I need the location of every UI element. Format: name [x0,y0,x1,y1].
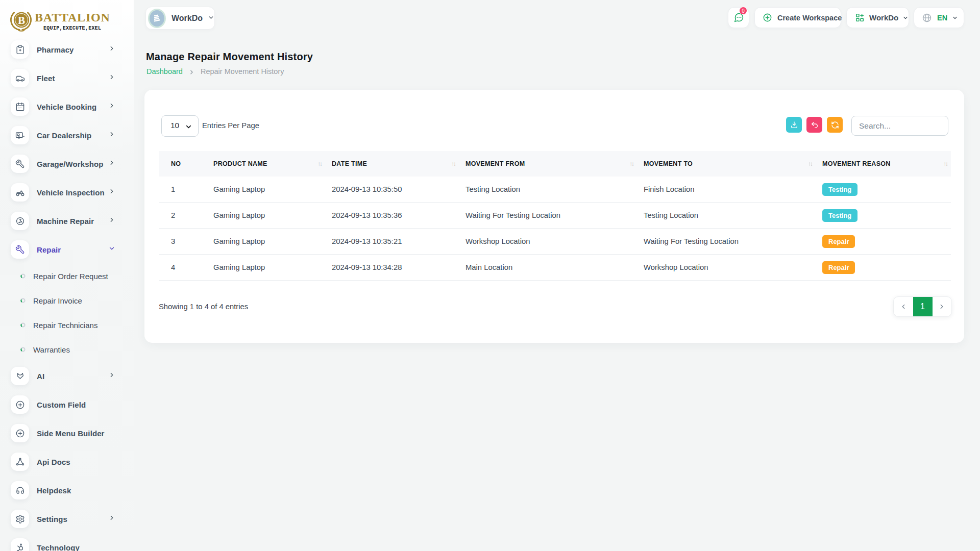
svg-text:B: B [18,14,25,27]
